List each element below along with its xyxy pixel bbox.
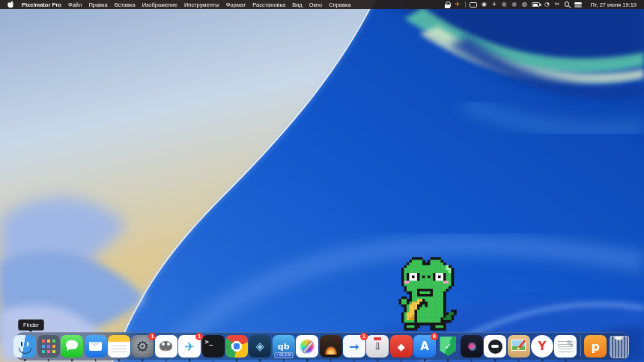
dock-item-atom-app[interactable]: ✺ [461, 335, 483, 358]
input-source-icon[interactable] [470, 2, 477, 7]
chrome-running-indicator [236, 359, 238, 361]
dock-item-terminal[interactable]: >_ [202, 335, 225, 358]
app-menu-title[interactable]: Pixelmator Pro [22, 1, 61, 8]
textedit-icon[interactable]: ✎ [554, 335, 577, 358]
dock-item-pixelmator-pro[interactable] [296, 335, 318, 358]
dock-item-telegram[interactable]: ✈1 [178, 335, 201, 358]
red-diamond-app-glyph: ◆ [398, 341, 405, 352]
messages-icon[interactable] [61, 335, 83, 358]
red-diamond-app-icon[interactable]: ◆ [390, 335, 413, 358]
red-diamond-app-running-indicator [400, 359, 402, 361]
dock-item-ai-robot-app[interactable] [484, 335, 506, 358]
spotlight-icon[interactable] [565, 1, 571, 7]
dock-item-downloader-app[interactable]: →1 [343, 335, 365, 358]
adguard-icon[interactable]: ✓ [437, 335, 459, 358]
dock-item-messages[interactable] [61, 335, 83, 358]
dock-item-mail[interactable] [85, 335, 107, 358]
mail-icon[interactable] [85, 335, 107, 358]
desktop-screen: Pixelmator Pro ФайлПравкаВставкаИзображе… [0, 0, 644, 362]
gimp-icon[interactable] [155, 335, 177, 358]
dock-item-trash[interactable] [608, 335, 631, 358]
menu-clock[interactable]: Пт, 27 июня 19:19 [591, 1, 637, 8]
menu-item-6[interactable]: Формат [226, 1, 246, 8]
app-dot-icon[interactable]: ● [502, 1, 508, 8]
finder-running-indicator [24, 359, 26, 361]
screen-record-icon[interactable]: ◉ [482, 1, 487, 8]
dock-item-qbittorrent[interactable]: qb↑ 62,3 М [273, 335, 295, 358]
folder-p-icon[interactable]: p [584, 335, 607, 358]
finder-icon[interactable] [13, 335, 36, 358]
menu-item-10[interactable]: Справка [329, 1, 350, 8]
qbittorrent-glyph: qb [278, 342, 290, 352]
pixelmator-pro-icon[interactable] [296, 335, 318, 358]
dock-separator [580, 335, 581, 357]
installer-app-icon[interactable]: ⇩ [366, 335, 389, 358]
atom-app-icon[interactable]: ✺ [461, 335, 483, 358]
fireplace-app-icon[interactable] [320, 335, 342, 358]
downloader-app-glyph: → [349, 340, 359, 354]
app-store-running-indicator [424, 359, 426, 361]
dock-item-notes[interactable] [108, 335, 130, 358]
system-settings-glyph: ⚙ [136, 337, 149, 355]
control-center-icon[interactable] [574, 2, 582, 7]
dock-item-app-store[interactable]: A6 [413, 335, 436, 358]
chrome-icon[interactable] [225, 335, 248, 358]
dock-item-red-diamond-app[interactable]: ◆ [390, 335, 413, 358]
dock-item-adguard[interactable]: ✓ [437, 335, 459, 358]
adguard-running-indicator [447, 359, 449, 361]
battery-icon[interactable] [532, 2, 540, 7]
app-store-glyph: A [420, 340, 429, 353]
menu-item-8[interactable]: Вид [292, 1, 303, 8]
dock-item-finder[interactable] [13, 335, 36, 358]
menu-item-1[interactable]: Файл [68, 1, 82, 8]
dock-item-folder-p[interactable]: p [584, 335, 607, 358]
menu-item-7[interactable]: Расстановка [252, 1, 285, 8]
pixelmator-pro-running-indicator [306, 359, 309, 361]
dock: ⚙1✈1>_◈qb↑ 62,3 М→1⇩◆A6✓✺Y✎p [16, 332, 628, 361]
image-editor-app-running-indicator [517, 359, 520, 361]
time-machine-icon[interactable]: ◔ [544, 1, 550, 8]
pixel-dino-pet-sprite[interactable] [396, 257, 459, 331]
menu-item-4[interactable]: Изображение [142, 1, 177, 8]
dock-item-yandex-browser[interactable]: Y [531, 335, 553, 358]
textedit-running-indicator [565, 359, 567, 361]
menu-item-9[interactable]: Окно [309, 1, 322, 8]
yandex-browser-running-indicator [541, 359, 544, 361]
finder-tooltip-label: Finder [23, 322, 39, 328]
downloader-app-notification-badge: 1 [360, 333, 368, 340]
notes-running-indicator [118, 359, 121, 361]
textedit-glyph: ✎ [566, 339, 574, 349]
app-dot-icon-2[interactable]: ● [511, 1, 517, 8]
installer-app-running-indicator [377, 359, 379, 361]
blue-ornament-app-icon[interactable]: ◈ [249, 335, 271, 358]
terminal-icon[interactable]: >_ [202, 335, 225, 358]
dock-item-system-settings[interactable]: ⚙1 [131, 335, 154, 358]
dock-item-image-editor-app[interactable] [508, 335, 530, 358]
dock-item-installer-app[interactable]: ⇩ [366, 335, 389, 358]
app-store-notification-badge: 6 [431, 333, 438, 340]
dock-item-blue-ornament-app[interactable]: ◈ [249, 335, 271, 358]
dock-item-textedit[interactable]: ✎ [554, 335, 577, 358]
menu-bar: Pixelmator Pro ФайлПравкаВставкаИзображе… [0, 0, 644, 9]
yandex-browser-icon[interactable]: Y [531, 335, 553, 358]
dock-item-launchpad[interactable] [37, 335, 60, 358]
ai-robot-app-icon[interactable] [484, 335, 506, 358]
cut-icon[interactable]: ✂ [554, 1, 560, 8]
downloader-app-running-indicator [353, 359, 356, 361]
dock-item-gimp[interactable] [155, 335, 177, 358]
apple-menu-icon[interactable] [7, 1, 14, 8]
menu-item-5[interactable]: Инструменты [184, 1, 219, 8]
image-editor-app-icon[interactable] [508, 335, 530, 358]
plus-icon[interactable]: + [491, 1, 497, 8]
trash-icon[interactable] [610, 336, 629, 358]
status-divider [465, 1, 466, 7]
lock-icon[interactable] [445, 1, 451, 8]
menu-item-2[interactable]: Правка [88, 1, 107, 8]
dock-item-fireplace-app[interactable] [320, 335, 342, 358]
notes-icon[interactable] [108, 335, 130, 358]
vpn-plane-icon[interactable]: ✈ [455, 1, 461, 8]
network-globe-icon[interactable]: ◍ [522, 1, 528, 8]
menu-item-3[interactable]: Вставка [115, 1, 136, 8]
dock-item-chrome[interactable] [225, 335, 248, 358]
launchpad-icon[interactable] [37, 335, 60, 358]
